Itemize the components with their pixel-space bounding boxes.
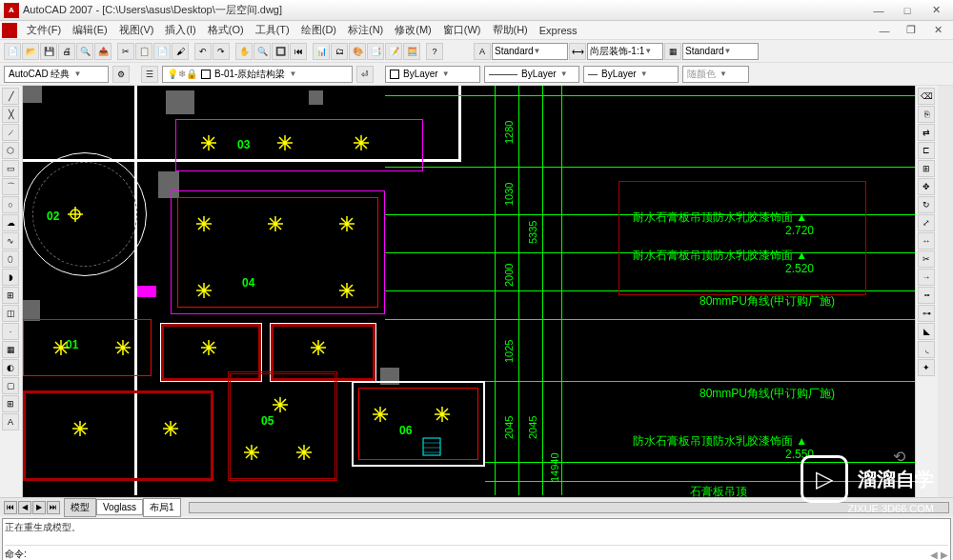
markup-icon[interactable]: 📝 [385, 43, 402, 60]
offset-icon[interactable]: ⊏ [918, 142, 935, 159]
menu-view[interactable]: 视图(V) [113, 21, 160, 39]
revcloud-icon[interactable]: ☁ [2, 214, 19, 231]
fillet-icon[interactable]: ◟ [918, 341, 935, 358]
vertical-scrollbar[interactable] [938, 86, 953, 497]
mirror-icon[interactable]: ⇄ [918, 124, 935, 141]
command-window[interactable]: 正在重生成模型。 命令: ◀ ▶ [2, 518, 951, 560]
tablestyle-icon[interactable]: ▦ [664, 43, 681, 60]
menu-modify[interactable]: 修改(M) [389, 21, 437, 39]
erase-icon[interactable]: ⌫ [918, 88, 935, 105]
zoom-rt-icon[interactable]: 🔍 [253, 43, 271, 60]
copy-icon[interactable]: 📋 [135, 43, 152, 60]
layer-prev-icon[interactable]: ⏎ [356, 66, 374, 83]
tab-first-icon[interactable]: ⏮ [4, 501, 17, 514]
tab-layout1[interactable]: 布局1 [143, 498, 181, 517]
spline-icon[interactable]: ∿ [2, 232, 19, 250]
doc-minimize[interactable]: — [871, 22, 898, 39]
doc-close[interactable]: ✕ [924, 22, 951, 39]
properties-icon[interactable]: 📊 [313, 43, 330, 60]
zoom-win-icon[interactable]: 🔲 [272, 43, 289, 60]
menu-tools[interactable]: 工具(T) [250, 21, 295, 39]
xline-icon[interactable]: ╳ [2, 106, 19, 123]
undo-icon[interactable]: ↶ [194, 43, 212, 60]
lineweight-combo[interactable]: —ByLayer▼ [583, 66, 679, 83]
sheet-icon[interactable]: 📑 [367, 43, 384, 60]
tpalette-icon[interactable]: 🎨 [349, 43, 366, 60]
stretch-icon[interactable]: ↔ [918, 232, 935, 250]
save-icon[interactable]: 💾 [40, 43, 57, 60]
calc-icon[interactable]: 🧮 [403, 43, 420, 60]
menu-help[interactable]: 帮助(H) [487, 21, 534, 39]
menu-window[interactable]: 窗口(W) [437, 21, 487, 39]
scale-icon[interactable]: ⤢ [918, 214, 935, 231]
horizontal-scrollbar[interactable] [189, 502, 949, 513]
tab-next-icon[interactable]: ▶ [32, 501, 46, 514]
circle-icon[interactable]: ○ [2, 196, 19, 213]
trim-icon[interactable]: ✂ [918, 250, 935, 268]
ws-settings-icon[interactable]: ⚙ [112, 66, 130, 83]
linetype-combo[interactable]: ———ByLayer▼ [484, 66, 579, 83]
copy-obj-icon[interactable]: ⎘ [918, 106, 935, 123]
layer-mgr-icon[interactable]: ☰ [141, 66, 158, 83]
textstyle-icon[interactable]: A [474, 43, 491, 60]
chamfer-icon[interactable]: ◣ [918, 323, 935, 340]
break-icon[interactable]: ╍ [918, 287, 935, 304]
table-icon[interactable]: ⊞ [2, 395, 19, 412]
menu-insert[interactable]: 插入(I) [159, 21, 201, 39]
insert-icon[interactable]: ⊞ [2, 287, 19, 304]
ellipse-icon[interactable]: ⬯ [2, 250, 19, 268]
ellipsearc-icon[interactable]: ◗ [2, 269, 19, 286]
match-icon[interactable]: 🖌 [172, 43, 189, 60]
zoom-prev-icon[interactable]: ⏮ [290, 43, 307, 60]
tab-model[interactable]: 模型 [64, 498, 96, 517]
layer-combo[interactable]: 💡❄🔒B-01-原始结构梁▼ [162, 66, 353, 83]
table-style-combo[interactable]: Standard▼ [682, 43, 759, 60]
explode-icon[interactable]: ✦ [918, 359, 935, 376]
plotstyle-combo[interactable]: 随颜色▼ [682, 66, 749, 83]
polygon-icon[interactable]: ⬡ [2, 142, 19, 159]
tab-prev-icon[interactable]: ◀ [18, 501, 31, 514]
preview-icon[interactable]: 🔍 [76, 43, 93, 60]
close-button[interactable]: ✕ [923, 2, 949, 19]
join-icon[interactable]: ⊶ [918, 305, 935, 322]
doc-restore[interactable]: ❐ [898, 22, 924, 39]
dcenter-icon[interactable]: 🗂 [331, 43, 348, 60]
gradient-icon[interactable]: ◐ [2, 359, 19, 376]
menu-format[interactable]: 格式(O) [202, 21, 250, 39]
rect-icon[interactable]: ▭ [2, 160, 19, 177]
new-icon[interactable]: 📄 [4, 43, 21, 60]
redo-icon[interactable]: ↷ [213, 43, 230, 60]
rotate-icon[interactable]: ↻ [918, 196, 935, 213]
menu-file[interactable]: 文件(F) [21, 21, 67, 39]
workspace-combo[interactable]: AutoCAD 经典▼ [4, 66, 109, 83]
mtext-icon[interactable]: A [2, 413, 19, 430]
extend-icon[interactable]: → [918, 269, 935, 286]
dim-style-combo[interactable]: 尚层装饰-1:1▼ [587, 43, 663, 60]
help-icon[interactable]: ? [426, 43, 443, 60]
minimize-button[interactable]: — [865, 2, 892, 19]
drawing-canvas[interactable]: 02 03 04 01 05 06 [23, 86, 953, 497]
tab-last-icon[interactable]: ⏭ [47, 501, 60, 514]
menu-dimension[interactable]: 标注(N) [342, 21, 389, 39]
hatch-icon[interactable]: ▦ [2, 341, 19, 358]
array-icon[interactable]: ⊞ [918, 160, 935, 177]
block-icon[interactable]: ◫ [2, 305, 19, 322]
publish-icon[interactable]: 📤 [94, 43, 112, 60]
paste-icon[interactable]: 📄 [153, 43, 171, 60]
arc-icon[interactable]: ⌒ [2, 178, 19, 195]
print-icon[interactable]: 🖨 [58, 43, 75, 60]
pline-icon[interactable]: ⟋ [2, 124, 19, 141]
color-combo[interactable]: ByLayer▼ [385, 66, 480, 83]
menu-draw[interactable]: 绘图(D) [295, 21, 342, 39]
tab-voglass[interactable]: Voglass [96, 499, 143, 515]
move-icon[interactable]: ✥ [918, 178, 935, 195]
menu-edit[interactable]: 编辑(E) [67, 21, 113, 39]
maximize-button[interactable]: □ [894, 2, 921, 19]
cut-icon[interactable]: ✂ [117, 43, 134, 60]
pan-icon[interactable]: ✋ [235, 43, 253, 60]
line-icon[interactable]: ╱ [2, 88, 19, 105]
point-icon[interactable]: · [2, 323, 19, 340]
text-style-combo[interactable]: Standard▼ [492, 43, 568, 60]
dimstyle-icon[interactable]: ⟷ [569, 43, 586, 60]
region-icon[interactable]: ▢ [2, 377, 19, 394]
